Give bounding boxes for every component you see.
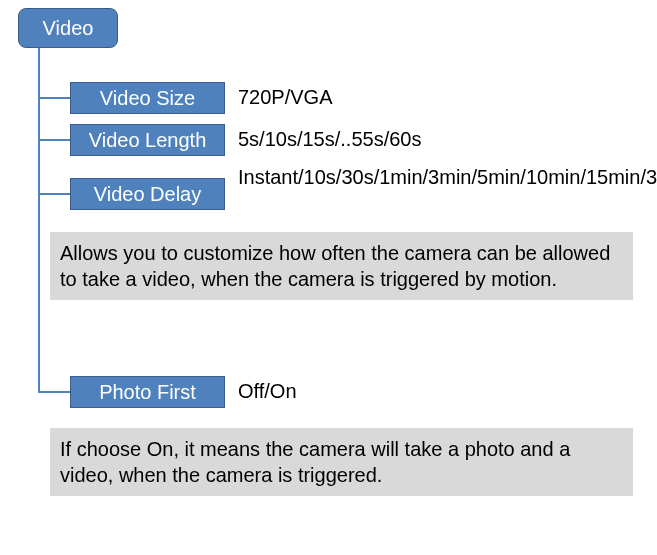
desc-video-delay: Allows you to customize how often the ca… [50, 232, 633, 300]
node-video-size: Video Size [70, 82, 225, 114]
desc-photo-first: If choose On, it means the camera will t… [50, 428, 633, 496]
node-label: Video Delay [94, 183, 201, 206]
tree-branch [38, 139, 70, 141]
node-label: Video Size [100, 87, 195, 110]
value-video-delay: Instant/10s/30s/1min/3min/5min/10min/15m… [238, 164, 638, 190]
node-video-delay: Video Delay [70, 178, 225, 210]
tree-trunk [38, 48, 40, 393]
tree-branch [38, 97, 70, 99]
value-photo-first: Off/On [238, 380, 297, 403]
tree-branch [38, 193, 70, 195]
value-video-size: 720P/VGA [238, 86, 333, 109]
node-label: Photo First [99, 381, 196, 404]
root-video: Video [18, 8, 118, 48]
root-label: Video [43, 17, 94, 40]
value-video-length: 5s/10s/15s/..55s/60s [238, 128, 421, 151]
node-video-length: Video Length [70, 124, 225, 156]
node-photo-first: Photo First [70, 376, 225, 408]
node-label: Video Length [89, 129, 207, 152]
tree-branch [38, 391, 70, 393]
